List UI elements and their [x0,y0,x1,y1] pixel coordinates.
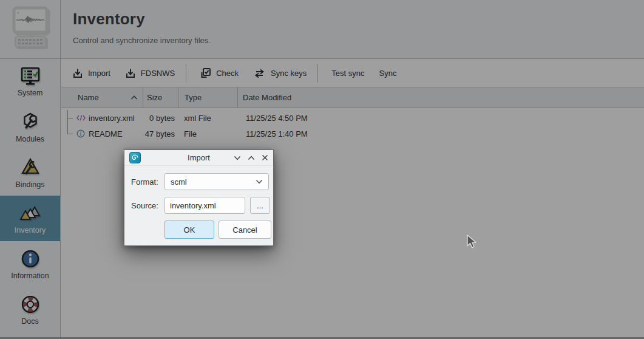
ok-button[interactable]: OK [164,221,214,239]
format-select[interactable]: scml [164,173,269,190]
app-window: Inventory Control and synchronize invent… [0,0,644,339]
import-dialog: Import Format: scml [124,149,274,246]
format-label: Format: [131,177,158,187]
browse-button[interactable]: ... [250,197,270,214]
source-label: Source: [131,201,158,210]
modal-dim-overlay [0,0,644,339]
dialog-titlebar[interactable]: Import [124,150,273,166]
chevron-down-icon [256,179,263,184]
close-icon[interactable] [262,154,268,161]
maximize-icon[interactable] [248,155,255,161]
shade-icon[interactable] [234,155,241,161]
mouse-cursor [466,235,480,250]
source-input[interactable] [164,197,245,214]
cancel-button[interactable]: Cancel [219,221,271,239]
format-value: scml [171,177,187,187]
